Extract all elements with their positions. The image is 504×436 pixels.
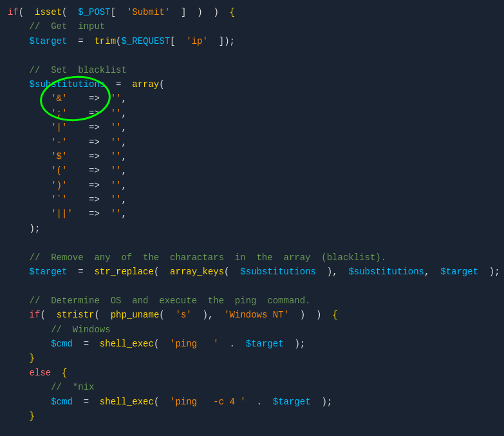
code-line-3: $target = trim($_REQUEST[ 'ip' ]);: [8, 34, 496, 48]
code-line-16: );: [8, 222, 496, 236]
code-line-25: }: [8, 351, 496, 365]
code-line-13: ')' => '',: [8, 178, 496, 193]
code-line-24: $cmd = shell_exec( 'ping ' . $target );: [8, 337, 496, 351]
code-line-9: '|' => '',: [8, 120, 496, 135]
code-line-18: // Remove any of the charactars in the a…: [8, 251, 496, 265]
code-line-22: if( stristr( php_uname( 's' ), 'Windows …: [8, 308, 496, 322]
code-line-4: [8, 48, 496, 62]
code-line-30: [8, 423, 496, 436]
code-line-1: if( isset( $_POST[ 'Submit' ] ) ) {: [8, 5, 496, 19]
code-line-10: '-' => '',: [8, 135, 496, 149]
code-line-2: // Get input: [8, 19, 496, 33]
code-line-21: // Determine OS and execute the ping com…: [8, 294, 496, 308]
code-line-27: // *nix: [8, 380, 496, 394]
code-line-17: [8, 236, 496, 250]
code-line-7: '&' => '',: [8, 91, 496, 106]
code-editor: if( isset( $_POST[ 'Submit' ] ) ) { // G…: [0, 0, 504, 436]
code-line-20: [8, 279, 496, 293]
code-line-28: $cmd = shell_exec( 'ping -c 4 ' . $targe…: [8, 395, 496, 409]
code-line-5: // Set blacklist: [8, 63, 496, 77]
code-line-14: '`' => '',: [8, 193, 496, 207]
code-line-19: $target = str_replace( array_keys( $subs…: [8, 265, 496, 279]
code-line-15: '||' => '',: [8, 207, 496, 221]
code-line-12: '(' => '',: [8, 164, 496, 178]
code-line-29: }: [8, 409, 496, 423]
code-line-26: else {: [8, 366, 496, 380]
code-line-6: $substitutions = array(: [8, 77, 496, 91]
code-line-11: '$' => '',: [8, 149, 496, 164]
code-line-8: ';' => '',: [8, 106, 496, 120]
code-line-23: // Windows: [8, 323, 496, 337]
